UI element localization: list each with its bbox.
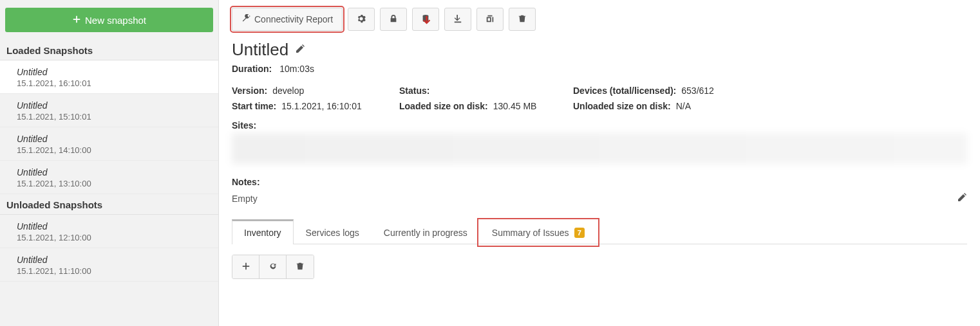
- snapshot-time: 15.1.2021, 13:10:00: [17, 179, 209, 188]
- start-time-value: 15.1.2021, 16:10:01: [281, 101, 362, 111]
- lock-icon: [389, 14, 398, 25]
- snapshot-time: 15.1.2021, 14:10:00: [17, 145, 209, 155]
- snapshot-title: Untitled: [17, 255, 209, 265]
- download-icon: [453, 14, 462, 25]
- tab-label: Inventory: [244, 228, 281, 238]
- devices-label: Devices (total/licensed):: [573, 86, 676, 96]
- unloaded-snapshots-header: Unloaded Snapshots: [0, 194, 218, 215]
- snapshot-title: Untitled: [17, 134, 209, 144]
- wrench-icon: [241, 14, 250, 25]
- loaded-size-label: Loaded size on disk:: [399, 101, 488, 111]
- pencil-icon: [295, 46, 305, 56]
- refresh-icon: [269, 262, 278, 273]
- new-snapshot-button[interactable]: New snapshot: [5, 8, 213, 32]
- page-title: Untitled: [232, 40, 288, 60]
- unloaded-size-value: N/A: [676, 101, 691, 111]
- tab-summary-of-issues[interactable]: Summary of Issues 7: [480, 221, 597, 244]
- plus-icon: [72, 15, 81, 26]
- toolbar: Connectivity Report: [232, 8, 967, 31]
- devices-value: 653/612: [681, 86, 714, 96]
- copy-icon: [485, 14, 495, 25]
- trash-icon: [296, 262, 305, 273]
- edit-title-button[interactable]: [295, 44, 305, 56]
- status-label: Status:: [399, 86, 429, 96]
- trash-icon: [518, 14, 527, 25]
- snapshot-item[interactable]: Untitled 15.1.2021, 11:10:00: [0, 248, 218, 282]
- snapshot-item[interactable]: Untitled 15.1.2021, 16:10:01: [0, 60, 218, 94]
- inventory-toolbar: [232, 255, 314, 279]
- gear-icon: [357, 14, 366, 25]
- tab-services-logs[interactable]: Services logs: [294, 221, 372, 244]
- duration-value: 10m:03s: [279, 64, 314, 74]
- database-load-icon: [421, 14, 430, 25]
- start-time-label: Start time:: [232, 101, 276, 111]
- loaded-size-value: 130.45 MB: [493, 101, 537, 111]
- snapshot-item[interactable]: Untitled 15.1.2021, 12:10:00: [0, 215, 218, 248]
- lock-button[interactable]: [380, 8, 407, 31]
- version-value: develop: [272, 86, 304, 96]
- version-label: Version:: [232, 86, 267, 96]
- plus-icon: [241, 262, 250, 273]
- sidebar: New snapshot Loaded Snapshots Untitled 1…: [0, 0, 219, 326]
- add-button[interactable]: [232, 255, 259, 278]
- issues-count-badge: 7: [574, 228, 585, 238]
- new-snapshot-label: New snapshot: [85, 15, 146, 26]
- snapshot-title: Untitled: [17, 100, 209, 111]
- snapshot-item[interactable]: Untitled 15.1.2021, 15:10:01: [0, 94, 218, 127]
- snapshot-title: Untitled: [17, 221, 209, 231]
- tab-label: Currently in progress: [384, 228, 467, 238]
- download-button[interactable]: [444, 8, 471, 31]
- notes-value: Empty: [232, 194, 258, 204]
- connectivity-report-label: Connectivity Report: [254, 14, 333, 24]
- main-content: Connectivity Report Untitled: [219, 0, 980, 326]
- snapshot-title: Untitled: [17, 167, 209, 177]
- tab-currently-in-progress[interactable]: Currently in progress: [372, 221, 480, 244]
- snapshot-item[interactable]: Untitled 15.1.2021, 13:10:00: [0, 161, 218, 194]
- load-button[interactable]: [412, 8, 439, 31]
- loaded-snapshots-header: Loaded Snapshots: [0, 40, 218, 60]
- tab-inventory[interactable]: Inventory: [232, 219, 294, 244]
- connectivity-report-button[interactable]: Connectivity Report: [232, 8, 343, 31]
- tab-label: Summary of Issues: [492, 228, 569, 238]
- unloaded-size-label: Unloaded size on disk:: [573, 101, 671, 111]
- edit-notes-button[interactable]: [957, 192, 967, 204]
- sites-label: Sites:: [232, 120, 967, 131]
- snapshot-time: 15.1.2021, 12:10:00: [17, 233, 209, 242]
- delete-inventory-button[interactable]: [287, 255, 314, 278]
- tab-label: Services logs: [306, 228, 359, 238]
- snapshot-time: 15.1.2021, 11:10:00: [17, 266, 209, 276]
- refresh-button[interactable]: [259, 255, 287, 278]
- snapshot-time: 15.1.2021, 16:10:01: [17, 78, 209, 88]
- snapshot-item[interactable]: Untitled 15.1.2021, 14:10:00: [0, 127, 218, 161]
- snapshot-time: 15.1.2021, 15:10:01: [17, 112, 209, 122]
- duration-label: Duration:: [232, 64, 272, 74]
- sites-content-blurred: [232, 133, 967, 164]
- notes-label: Notes:: [232, 177, 967, 187]
- snapshot-title: Untitled: [17, 67, 209, 77]
- tabs: Inventory Services logs Currently in pro…: [232, 219, 967, 244]
- copy-button[interactable]: [476, 8, 504, 31]
- delete-button[interactable]: [509, 8, 536, 31]
- pencil-icon: [957, 194, 967, 204]
- settings-button[interactable]: [348, 8, 375, 31]
